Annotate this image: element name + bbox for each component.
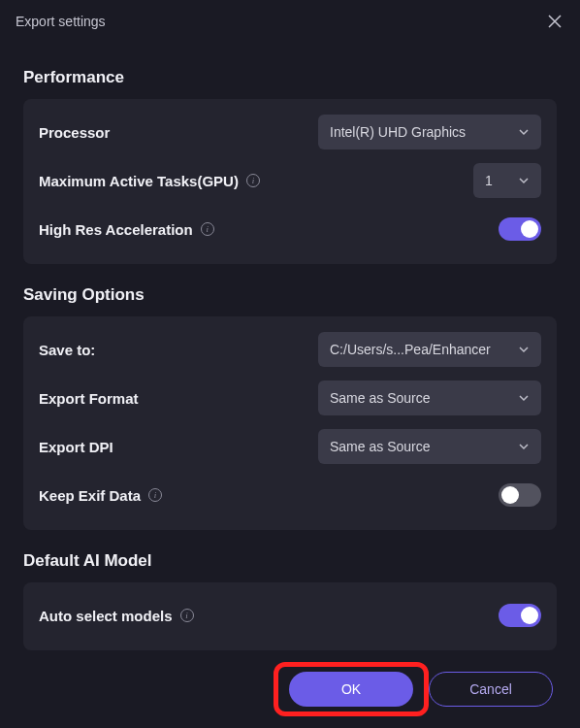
row-max-tasks: Maximum Active Tasks(GPU) i 1 (39, 161, 541, 200)
section-performance: Processor Intel(R) UHD Graphics Maximum … (23, 99, 557, 264)
row-export-format: Export Format Same as Source (39, 379, 541, 417)
dialog-title: Export settings (16, 14, 106, 29)
dropdown-save-to[interactable]: C:/Users/s...Pea/Enhancer (318, 332, 541, 367)
chevron-down-icon (518, 441, 530, 452)
ok-button[interactable]: OK (289, 672, 413, 707)
toggle-keep-exif[interactable] (499, 483, 541, 507)
chevron-down-icon (518, 344, 530, 355)
dropdown-save-to-value: C:/Users/s...Pea/Enhancer (330, 342, 491, 357)
dropdown-export-dpi[interactable]: Same as Source (318, 429, 541, 464)
row-export-dpi: Export DPI Same as Source (39, 427, 541, 466)
toggle-knob (521, 607, 538, 624)
chevron-down-icon (518, 126, 530, 138)
chevron-down-icon (518, 392, 530, 404)
toggle-knob (501, 486, 519, 504)
section-title-saving: Saving Options (23, 285, 557, 305)
close-icon (548, 15, 562, 28)
dialog-content: Performance Processor Intel(R) UHD Graph… (0, 37, 580, 650)
cancel-button[interactable]: Cancel (429, 672, 553, 707)
label-auto-select: Auto select models i (39, 608, 194, 624)
label-keep-exif: Keep Exif Data i (39, 487, 162, 504)
section-saving: Save to: C:/Users/s...Pea/Enhancer Expor… (23, 316, 557, 530)
toggle-knob (521, 220, 538, 238)
info-icon[interactable]: i (201, 222, 214, 236)
close-button[interactable] (545, 12, 564, 31)
label-high-res: High Res Acceleration i (39, 221, 214, 238)
section-title-performance: Performance (23, 68, 557, 87)
dropdown-max-tasks-value: 1 (485, 173, 493, 188)
dropdown-export-format[interactable]: Same as Source (318, 381, 541, 415)
label-export-format: Export Format (39, 390, 139, 407)
row-auto-select: Auto select models i (39, 596, 541, 635)
label-processor: Processor (39, 124, 110, 141)
toggle-high-res[interactable] (499, 217, 541, 241)
section-title-ai-model: Default AI Model (23, 551, 557, 571)
dropdown-max-tasks[interactable]: 1 (473, 163, 541, 198)
chevron-down-icon (518, 175, 530, 186)
section-ai-model: Auto select models i (23, 582, 557, 650)
row-processor: Processor Intel(R) UHD Graphics (39, 113, 541, 151)
row-keep-exif: Keep Exif Data i (39, 476, 541, 514)
dropdown-export-format-value: Same as Source (330, 390, 431, 406)
label-save-to: Save to: (39, 342, 95, 358)
dropdown-processor-value: Intel(R) UHD Graphics (330, 124, 466, 140)
dialog-footer: OK Cancel (289, 672, 553, 707)
row-high-res: High Res Acceleration i (39, 210, 541, 248)
info-icon[interactable]: i (246, 174, 260, 187)
dropdown-export-dpi-value: Same as Source (330, 439, 431, 454)
dropdown-processor[interactable]: Intel(R) UHD Graphics (318, 115, 541, 149)
titlebar: Export settings (0, 0, 580, 37)
label-max-tasks: Maximum Active Tasks(GPU) i (39, 173, 260, 189)
info-icon[interactable]: i (148, 488, 162, 502)
label-export-dpi: Export DPI (39, 439, 113, 455)
row-save-to: Save to: C:/Users/s...Pea/Enhancer (39, 330, 541, 369)
info-icon[interactable]: i (180, 609, 194, 622)
toggle-auto-select[interactable] (499, 604, 541, 627)
